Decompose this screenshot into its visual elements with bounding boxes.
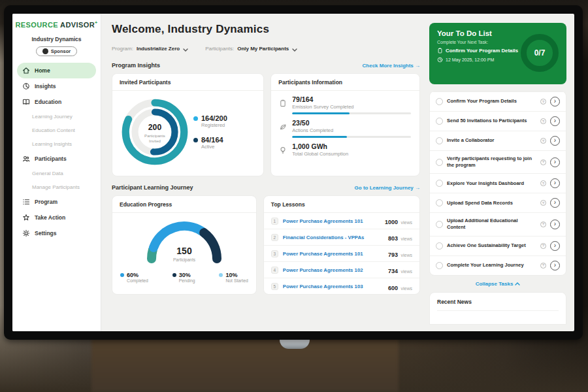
lesson-views: 1000 views: [385, 215, 412, 227]
task-checkbox[interactable]: [436, 262, 443, 269]
chevron-right-icon[interactable]: ›: [550, 220, 560, 229]
education-progress-card: Education Progress 150 Participants: [112, 195, 257, 295]
program-select[interactable]: Program: Industrialize Zero: [112, 42, 188, 54]
participants-select[interactable]: Participants: Only My Participants: [205, 42, 297, 54]
lesson-link[interactable]: Financial Considerations - VPPAs: [283, 235, 384, 240]
progress-bar: [292, 136, 411, 138]
section-title: Participant Learning Journey: [112, 184, 193, 191]
svg-text:Participants: Participants: [144, 133, 165, 138]
task-checkbox[interactable]: [436, 180, 443, 187]
lesson-views: 600 views: [388, 281, 412, 293]
task-label: Send 50 Invitations to Participants: [447, 118, 536, 124]
task-checkbox[interactable]: [436, 242, 443, 250]
svg-text:Participants: Participants: [173, 257, 196, 263]
participants-value: Only My Participants: [237, 46, 289, 52]
lesson-rank: 4: [271, 267, 278, 274]
go-to-learning-journey-link[interactable]: Go to Learning Journey →: [355, 185, 420, 191]
lessons-list: 1 Power Purchase Agreements 101 1000 vie…: [264, 213, 419, 295]
task-row[interactable]: Upload Additional Educational Content ? …: [430, 212, 566, 235]
task-row[interactable]: Achieve One Sustainability Target ? ›: [430, 236, 566, 255]
sidebar-item-learning-insights[interactable]: Learning Insights: [12, 137, 101, 151]
education-gauge-chart: 150 Participants: [142, 218, 227, 265]
task-checkbox[interactable]: [436, 137, 443, 144]
task-checkbox[interactable]: [436, 159, 443, 166]
filter-bar: Program: Industrialize Zero Participants…: [112, 42, 420, 54]
bulb-icon: [279, 142, 287, 159]
chevron-right-icon[interactable]: ›: [550, 136, 560, 146]
sidebar-item-label: Settings: [35, 230, 57, 237]
lesson-link[interactable]: Power Purchase Agreements 103: [283, 284, 384, 289]
task-row[interactable]: Upload Spend Data Records ? ›: [430, 193, 566, 212]
sidebar-item-settings[interactable]: Settings: [12, 225, 101, 241]
sidebar-item-label: General Data: [32, 171, 63, 176]
check-more-insights-link[interactable]: Check More Insights →: [363, 63, 420, 69]
collapse-tasks-link[interactable]: Collapse Tasks: [429, 276, 566, 291]
invited-donut-chart: 200 Participants Invited: [116, 93, 193, 171]
sidebar-item-learning-journey[interactable]: Learning Journey: [12, 110, 101, 123]
chevron-right-icon[interactable]: ›: [550, 157, 560, 167]
task-checkbox[interactable]: [436, 199, 443, 206]
logo-plus: +: [95, 20, 98, 25]
legend-item: 84/164 Active: [193, 136, 227, 150]
legend-value: 10%: [225, 272, 248, 278]
task-row[interactable]: Explore Your Insights Dashboard ? ›: [430, 173, 566, 193]
sidebar-item-education-content[interactable]: Education Content: [12, 123, 101, 137]
sidebar-item-participants[interactable]: Participants: [12, 151, 101, 167]
task-row[interactable]: Confirm Your Program Details ? ›: [430, 91, 566, 111]
donut-legend: 164/200 Registered 84/164 Active: [193, 114, 227, 150]
program-label: Program:: [112, 46, 133, 52]
task-checkbox[interactable]: [436, 221, 443, 228]
sidebar-item-home[interactable]: Home: [17, 63, 96, 78]
chevron-right-icon[interactable]: ›: [550, 97, 560, 106]
chevron-right-icon[interactable]: ›: [550, 116, 560, 126]
sidebar-item-label: Participants: [35, 155, 67, 162]
help-icon: ?: [540, 263, 546, 269]
take-action-icon: [22, 214, 30, 221]
chevron-right-icon[interactable]: ›: [550, 261, 560, 270]
lesson-rank: 3: [271, 250, 278, 257]
sidebar-item-label: Learning Insights: [32, 141, 72, 147]
legend-dot: [120, 273, 124, 277]
help-icon: ?: [540, 118, 546, 124]
legend-label: Completed: [127, 278, 148, 283]
lesson-rank: 5: [271, 283, 278, 290]
participants-information-card: Participants Information 79/164 Emission…: [270, 73, 420, 176]
chevron-right-icon[interactable]: ›: [550, 178, 560, 188]
task-row[interactable]: Invite a Collaborator ? ›: [430, 131, 566, 150]
help-icon: ?: [540, 200, 546, 206]
task-row[interactable]: Send 50 Invitations to Participants ? ›: [430, 111, 566, 131]
task-row[interactable]: Verify participants requesting to join t…: [430, 150, 566, 173]
lesson-row: 1 Power Purchase Agreements 101 1000 vie…: [264, 213, 419, 229]
sidebar-item-label: Insights: [35, 83, 56, 90]
card-title: Participants Information: [271, 74, 419, 91]
sidebar-item-label: Take Action: [35, 214, 65, 221]
todo-hero-card: Your To Do List Complete Your Next Task:…: [429, 23, 566, 84]
lesson-link[interactable]: Power Purchase Agreements 102: [283, 267, 384, 273]
invited-participants-card: Invited Participants 200 Participants In…: [112, 73, 264, 176]
legend-label: Pending: [179, 278, 195, 283]
task-checkbox[interactable]: [436, 98, 443, 105]
lesson-link[interactable]: Power Purchase Agreements 101: [283, 218, 380, 224]
task-checkbox[interactable]: [436, 118, 443, 125]
lesson-link[interactable]: Power Purchase Agreements 101: [283, 251, 384, 257]
stat-value: 79/164: [292, 95, 411, 103]
card-title: Education Progress: [112, 196, 256, 213]
participants-label: Participants:: [205, 46, 234, 52]
sidebar-item-program[interactable]: Program: [12, 194, 101, 210]
legend-value: 30%: [179, 272, 195, 278]
logo-resource: RESOURCE: [15, 21, 58, 29]
program-value: Industrialize Zero: [137, 46, 180, 52]
sidebar-item-take-action[interactable]: Take Action: [12, 210, 101, 225]
task-row[interactable]: Complete Your Learning Journey ? ›: [430, 255, 566, 275]
chevron-right-icon[interactable]: ›: [550, 198, 560, 208]
sidebar-item-insights[interactable]: Insights: [12, 78, 101, 94]
sponsor-badge: Sponsor: [36, 46, 77, 56]
sidebar-item-general-data[interactable]: General Data: [12, 167, 101, 180]
sidebar-item-education[interactable]: Education: [12, 94, 101, 110]
svg-text:Invited: Invited: [149, 139, 161, 143]
lesson-rank: 1: [271, 218, 278, 225]
education-icon: [22, 98, 30, 106]
chevron-right-icon[interactable]: ›: [550, 241, 560, 251]
sidebar-item-manage-participants[interactable]: Manage Participants: [12, 180, 101, 194]
help-icon: ?: [540, 180, 546, 186]
